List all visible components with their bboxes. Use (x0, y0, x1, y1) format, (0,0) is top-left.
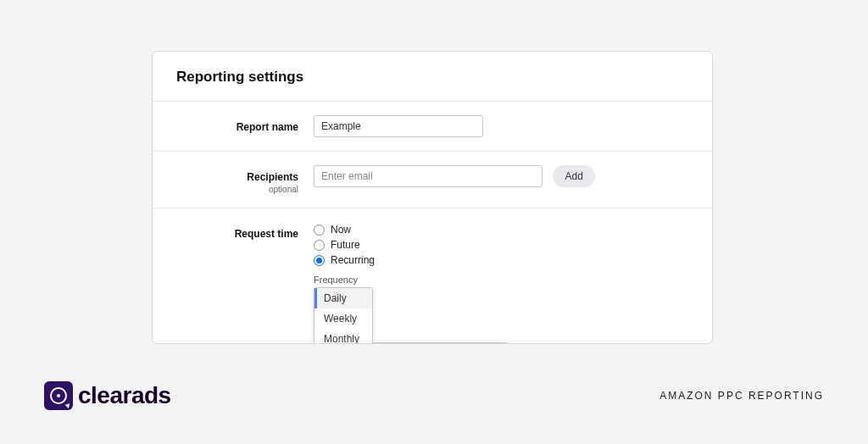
radio-dot-icon (316, 258, 322, 264)
radio-option-future[interactable]: Future (314, 239, 688, 251)
brand-name: clearads (78, 382, 171, 409)
label-col: Report name (220, 115, 314, 134)
radio-circle-icon (314, 225, 325, 236)
brand-logo: clearads (44, 381, 171, 410)
footer-tagline: AMAZON PPC REPORTING (659, 390, 824, 402)
frequency-option-monthly[interactable]: Monthly (314, 329, 372, 344)
radio-option-now[interactable]: Now (314, 224, 688, 236)
frequency-label: Frequency (314, 275, 688, 285)
frequency-option-daily[interactable]: Daily (314, 288, 372, 308)
label-recipients: Recipients (247, 171, 298, 183)
report-name-input[interactable] (314, 115, 483, 137)
add-recipient-button[interactable]: Add (553, 165, 594, 187)
footer: clearads AMAZON PPC REPORTING (0, 381, 868, 410)
label-request-time: Request time (235, 228, 298, 240)
frequency-dropdown[interactable]: Daily Weekly Monthly (314, 287, 373, 344)
row-recipients: Recipients optional Add (153, 152, 712, 208)
radio-circle-icon (314, 240, 325, 251)
frequency-area: Frequency mber 2023 Daily Weekly Monthly (314, 275, 688, 344)
label-recipients-optional: optional (220, 185, 298, 194)
request-time-radio-group: Now Future Recurring (314, 222, 688, 266)
clearads-logo-icon (44, 381, 73, 410)
radio-circle-checked-icon (314, 255, 325, 266)
radio-option-recurring[interactable]: Recurring (314, 254, 688, 266)
recipients-email-input[interactable] (314, 165, 542, 187)
field-col: Now Future Recurring Frequency mber 2023 (314, 222, 688, 344)
radio-label: Recurring (331, 254, 375, 266)
row-report-name: Report name (153, 102, 712, 152)
label-report-name: Report name (236, 121, 298, 133)
radio-label: Now (331, 224, 351, 236)
field-col (314, 115, 688, 137)
reporting-settings-panel: Reporting settings Report name Recipient… (152, 51, 713, 344)
row-request-time: Request time Now Future Recurring (153, 208, 712, 344)
field-col: Add (314, 165, 688, 187)
label-col: Request time (220, 222, 314, 241)
radio-label: Future (331, 239, 360, 251)
panel-title: Reporting settings (153, 52, 712, 102)
frequency-option-weekly[interactable]: Weekly (314, 308, 372, 329)
label-col: Recipients optional (220, 165, 314, 194)
